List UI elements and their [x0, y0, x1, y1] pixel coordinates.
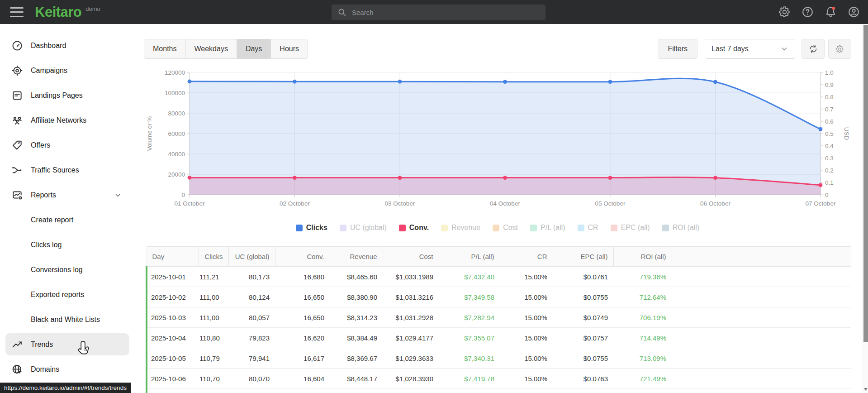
- column-header[interactable]: Revenue: [330, 247, 383, 267]
- data-point[interactable]: [503, 80, 507, 84]
- column-header-filler: [672, 247, 851, 267]
- cell: $1,031.2928: [383, 307, 439, 328]
- column-header[interactable]: CR: [500, 247, 553, 267]
- data-point[interactable]: [819, 127, 823, 131]
- trends-chart: 02000040000600008000010000012000001 Octo…: [144, 67, 851, 213]
- sidebar-item-dashboard[interactable]: Dashboard: [0, 33, 135, 58]
- account-icon[interactable]: [847, 6, 860, 19]
- legend-item-roi-all[interactable]: ROI (all): [662, 224, 700, 232]
- filters-button[interactable]: Filters: [658, 39, 697, 59]
- legend-item-cost[interactable]: Cost: [493, 224, 518, 232]
- cell: 2025-10-06: [147, 369, 199, 389]
- sidebar-item-reports[interactable]: Reports: [0, 182, 135, 207]
- column-header[interactable]: ROI (all): [613, 247, 672, 267]
- scrollbar-thumb[interactable]: [863, 25, 868, 342]
- sidebar-subitem-clicks-log[interactable]: Clicks log: [17, 232, 135, 257]
- tab-hours[interactable]: Hours: [270, 39, 308, 58]
- sidebar-subitem-exported-reports[interactable]: Exported reports: [17, 282, 135, 307]
- table-row[interactable]: 2025-10-04110,8079,82316,620$8,384.49$1,…: [147, 328, 851, 348]
- data-point[interactable]: [188, 176, 192, 180]
- legend-item-cr[interactable]: CR: [578, 224, 598, 232]
- cell: $7,419.78: [439, 369, 500, 389]
- cell: 714.49%: [613, 328, 672, 348]
- table-row[interactable]: 2025-10-06110,7080,07016,604$8,448.17$1,…: [147, 369, 851, 389]
- data-point[interactable]: [608, 176, 612, 180]
- sidebar-item-offers[interactable]: $Offers: [0, 133, 135, 158]
- search-bar[interactable]: [332, 5, 545, 20]
- sidebar-item-landing-pages[interactable]: Landings Pages: [0, 83, 135, 108]
- scroll-down-arrow[interactable]: [864, 388, 868, 391]
- table-row[interactable]: 2025-10-05110,7979,94116,617$8,369.67$1,…: [147, 348, 851, 369]
- y-left-tick: 40000: [168, 151, 185, 158]
- sidebar-subitem-conversions-log[interactable]: Conversions log: [17, 257, 135, 282]
- column-header[interactable]: UC (global): [228, 247, 275, 267]
- data-point[interactable]: [398, 80, 402, 84]
- date-range-select[interactable]: Last 7 days: [705, 39, 795, 59]
- cell: $7,349.58: [439, 287, 500, 307]
- tab-weekdays[interactable]: Weekdays: [185, 39, 236, 58]
- y-right-tick: 0.1: [825, 179, 834, 186]
- legend-item-conv[interactable]: Conv.: [399, 224, 429, 232]
- table-row[interactable]: 2025-10-01111,2180,17316,680$8,465.60$1,…: [147, 267, 851, 287]
- y-left-axis-title: Volume or %: [146, 116, 153, 151]
- legend-item-epc-all[interactable]: EPC (all): [611, 224, 650, 232]
- sidebar-item-domains[interactable]: Domains: [0, 357, 135, 382]
- cell: $0.0755: [553, 287, 613, 307]
- data-point[interactable]: [608, 80, 612, 84]
- data-point[interactable]: [188, 79, 192, 83]
- column-header[interactable]: Clicks: [199, 247, 228, 267]
- cell-filler: [672, 369, 851, 389]
- cell: 110,70: [199, 369, 228, 389]
- data-point[interactable]: [293, 80, 297, 84]
- topbar: Keitaro demo: [0, 0, 868, 24]
- cell: 2025-10-03: [147, 307, 199, 328]
- data-point[interactable]: [293, 176, 297, 180]
- table-row[interactable]: 2025-10-0764,4044,4579,446$4,693.04$587.…: [147, 389, 851, 393]
- column-header[interactable]: Conv.: [275, 247, 330, 267]
- search-input[interactable]: [352, 9, 545, 16]
- chevron-down-icon[interactable]: [114, 191, 122, 201]
- sidebar-item-traffic-sources[interactable]: Traffic Sources: [0, 158, 135, 182]
- data-point[interactable]: [503, 176, 507, 180]
- legend-item-revenue[interactable]: Revenue: [441, 224, 480, 232]
- x-tick: 06 October: [700, 200, 730, 207]
- sidebar-item-affiliate-networks[interactable]: Affiliate Networks: [0, 108, 135, 133]
- sidebar-item-label: Traffic Sources: [31, 166, 79, 174]
- sidebar-subitem-create-report[interactable]: Create report: [17, 207, 135, 232]
- data-point[interactable]: [713, 176, 717, 180]
- legend-item-clicks[interactable]: Clicks: [296, 224, 327, 232]
- data-point[interactable]: [398, 176, 402, 180]
- sidebar-item-campaigns[interactable]: Campaigns: [0, 58, 135, 83]
- menu-toggle-icon[interactable]: [10, 7, 24, 17]
- data-point[interactable]: [819, 183, 823, 187]
- gear-icon[interactable]: [778, 6, 791, 19]
- chart-settings-button[interactable]: [828, 39, 851, 59]
- help-icon[interactable]: [801, 6, 814, 19]
- table-row[interactable]: 2025-10-03111,0080,05716,650$8,314.23$1,…: [147, 307, 851, 328]
- column-header[interactable]: P/L (all): [439, 247, 500, 267]
- table-row[interactable]: 2025-10-02111,0080,12416,650$8,380.90$1,…: [147, 287, 851, 307]
- legend-item-p-l-all[interactable]: P/L (all): [530, 224, 565, 232]
- legend-item-uc-global[interactable]: UC (global): [340, 224, 387, 232]
- landings-icon: [11, 90, 23, 101]
- cell: 15.00%: [500, 267, 553, 287]
- column-header[interactable]: EPC (all): [553, 247, 613, 267]
- sidebar-subitem-black-white-lists[interactable]: Black and White Lists: [17, 307, 135, 332]
- column-header[interactable]: Cost: [383, 247, 439, 267]
- refresh-button[interactable]: [802, 39, 825, 59]
- data-point[interactable]: [713, 80, 717, 84]
- tab-months[interactable]: Months: [144, 39, 185, 58]
- legend-swatch: [662, 225, 669, 231]
- notification-dot: [832, 7, 835, 10]
- bell-icon[interactable]: [824, 6, 837, 19]
- legend-label: P/L (all): [541, 224, 565, 232]
- cell-filler: [672, 389, 851, 393]
- cell: 15.00%: [500, 287, 553, 307]
- y-right-tick: 0.9: [825, 81, 834, 88]
- sidebar-item-trends[interactable]: Trends: [0, 332, 135, 357]
- y-right-tick: 0.3: [825, 155, 834, 162]
- page-scrollbar[interactable]: [863, 24, 868, 393]
- cell: 16,617: [275, 348, 330, 369]
- tab-days[interactable]: Days: [237, 39, 270, 58]
- column-header[interactable]: Day: [147, 247, 199, 267]
